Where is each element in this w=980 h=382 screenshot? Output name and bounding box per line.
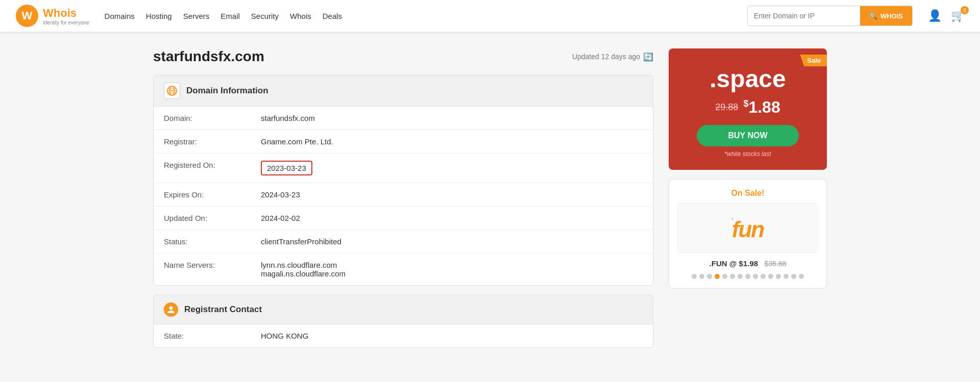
label-status: Status: [154,230,251,253]
dot-2[interactable] [699,274,704,279]
page-title-row: starfundsfx.com Updated 12 days ago 🔄 [153,48,653,65]
buy-now-button[interactable]: BUY NOW [697,125,799,146]
value-domain: starfundsfx.com [251,107,653,130]
value-status: clientTransferProhibited [251,230,653,253]
sidebar: Sale .space 29.88 $1.88 BUY NOW *while s… [669,48,827,289]
sale-ribbon: Sale [800,55,827,66]
search-input[interactable] [748,12,860,20]
promo-fun-card: On Sale! . fun .FUN @ $1.98 $35.88 [669,179,827,289]
logo-whois-text: Whois [43,7,89,20]
label-registered-on: Registered On: [154,154,251,183]
nav-email[interactable]: Email [220,12,240,20]
logo-icon: W [15,4,39,28]
currency-symbol: $ [743,98,748,109]
label-domain: Domain: [154,107,251,130]
svg-point-7 [169,307,173,310]
domain-info-card: Domain Information Domain: starfundsfx.c… [153,75,653,286]
value-nameservers: lynn.ns.cloudflare.com magali.ns.cloudfl… [251,253,653,286]
label-updated-on: Updated On: [154,207,251,230]
dot-11[interactable] [768,274,773,279]
registered-on-highlighted: 2023-03-23 [261,161,312,175]
domain-icon [164,83,180,99]
stocks-note: *while stocks last [679,150,817,158]
new-price-value: 1.88 [748,98,780,116]
nav-servers[interactable]: Servers [183,12,210,20]
logo[interactable]: W Whois Identity for everyone [15,4,89,28]
value-state: HONG KONG [251,324,653,347]
fun-logo-box: . fun [677,203,818,253]
table-row: Updated On: 2024-02-02 [154,207,653,230]
domain-info-title: Domain Information [186,86,268,96]
svg-text:W: W [22,9,33,22]
dot-1[interactable] [692,274,697,279]
page-title: starfundsfx.com [153,48,264,65]
label-expires-on: Expires On: [154,183,251,207]
nav-hosting[interactable]: Hosting [146,12,172,20]
registrant-title: Registrant Contact [184,304,262,315]
table-row: State: HONG KONG [154,324,653,347]
value-registered-on: 2023-03-23 [251,154,653,183]
nav-icons: 👤 🛒 0 [928,9,965,22]
fun-price-row: .FUN @ $1.98 $35.88 [677,259,818,268]
dot-14[interactable] [791,274,796,279]
dot-5[interactable] [722,274,727,279]
promo-domain-ext: .space [679,66,817,93]
dot-9[interactable] [753,274,758,279]
dot-8[interactable] [745,274,750,279]
on-sale-label: On Sale! [677,189,818,198]
promo-old-price: 29.88 [715,102,738,113]
nav-security[interactable]: Security [251,12,279,20]
promo-space-card: Sale .space 29.88 $1.88 BUY NOW *while s… [669,48,827,170]
search-bar: 🔍 WHOIS [747,6,913,26]
logo-tagline: Identity for everyone [43,20,89,26]
table-row: Expires On: 2024-03-23 [154,183,653,207]
dot-10[interactable] [761,274,766,279]
table-row: Registrar: Gname.com Pte. Ltd. [154,130,653,154]
dot-4[interactable] [715,274,720,279]
fun-logo-text: fun [732,217,764,242]
label-state: State: [154,324,251,347]
dot-12[interactable] [776,274,781,279]
dot-13[interactable] [783,274,789,279]
www-icon [167,86,177,96]
search-icon: 🔍 [869,12,877,20]
registrant-card: Registrant Contact State: HONG KONG [153,295,653,348]
ns1: lynn.ns.cloudflare.com [261,261,337,269]
updated-badge: Updated 12 days ago 🔄 [572,52,653,62]
nav-domains[interactable]: Domains [105,12,135,20]
fun-old-price: $35.88 [765,260,787,268]
dot-6[interactable] [730,274,735,279]
cart-badge: 0 [961,6,969,14]
promo-price-row: 29.88 $1.88 [679,98,817,117]
value-expires-on: 2024-03-23 [251,183,653,207]
person-icon [167,305,175,314]
cart-icon[interactable]: 🛒 0 [951,9,965,22]
dot-7[interactable] [738,274,743,279]
fun-new-price: .FUN @ $1.98 [709,259,758,268]
user-icon[interactable]: 👤 [928,9,942,22]
domain-info-table: Domain: starfundsfx.com Registrar: Gname… [154,107,653,285]
table-row: Domain: starfundsfx.com [154,107,653,130]
label-registrar: Registrar: [154,130,251,154]
search-button[interactable]: 🔍 WHOIS [860,6,912,26]
ns2: magali.ns.cloudflare.com [261,269,346,278]
carousel-dots [677,274,818,279]
value-updated-on: 2024-02-02 [251,207,653,230]
registrant-icon [164,302,178,317]
registrant-header: Registrant Contact [154,295,653,324]
label-nameservers: Name Servers: [154,253,251,286]
value-registrar: Gname.com Pte. Ltd. [251,130,653,154]
registrant-table: State: HONG KONG [154,324,653,347]
nav-links: Domains Hosting Servers Email Security W… [105,12,732,20]
promo-new-price: $1.88 [743,98,780,117]
dot-15[interactable] [799,274,804,279]
nav-whois[interactable]: Whois [290,12,311,20]
domain-info-header: Domain Information [154,75,653,107]
table-row: Status: clientTransferProhibited [154,230,653,253]
table-row: Name Servers: lynn.ns.cloudflare.com mag… [154,253,653,286]
refresh-icon[interactable]: 🔄 [643,52,653,62]
nav-deals[interactable]: Deals [323,12,342,20]
table-row: Registered On: 2023-03-23 [154,154,653,183]
dot-3[interactable] [707,274,712,279]
updated-text: Updated 12 days ago [572,53,640,61]
